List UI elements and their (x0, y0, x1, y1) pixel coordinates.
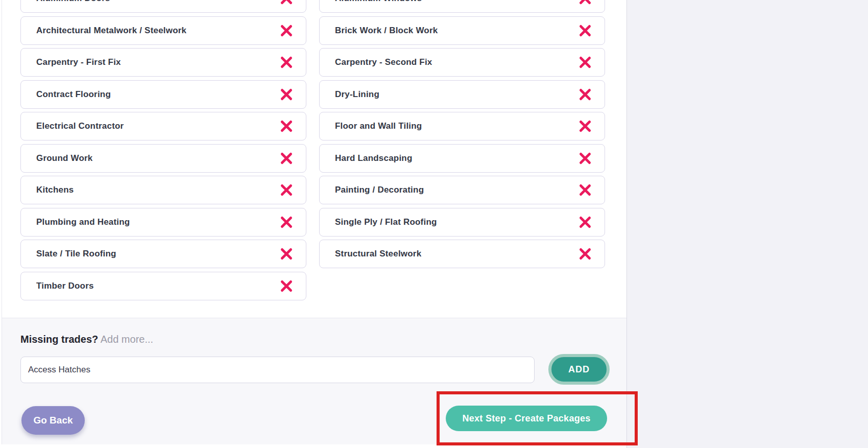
trade-card-label: Timber Doors (36, 281, 94, 291)
next-step-button[interactable]: Next Step - Create Packages (446, 406, 607, 431)
bottom-strip (0, 444, 626, 448)
trade-card: Carpentry - First Fix (20, 48, 306, 77)
trade-card: Aluminium Windows (319, 0, 605, 13)
remove-trade-button[interactable] (280, 56, 293, 69)
trade-card-label: Plumbing and Heating (36, 217, 130, 227)
remove-trade-button[interactable] (280, 279, 293, 293)
x-icon (280, 88, 293, 101)
x-icon (578, 120, 592, 133)
trade-card: Single Ply / Flat Roofing (319, 208, 605, 237)
trade-card: Slate / Tile Roofing (20, 240, 306, 268)
remove-trade-button[interactable] (578, 183, 592, 197)
x-icon (280, 56, 293, 69)
remove-trade-button[interactable] (280, 120, 293, 133)
trade-card-label: Aluminium Doors (36, 0, 110, 4)
trade-card: Architectural Metalwork / Steelwork (20, 16, 306, 45)
trade-selection-page: Aluminium DoorsArchitectural Metalwork /… (0, 0, 868, 448)
x-icon (280, 216, 293, 229)
go-back-button[interactable]: Go Back (21, 406, 85, 435)
remove-trade-button[interactable] (578, 56, 592, 69)
trade-card-label: Brick Work / Block Work (335, 26, 438, 36)
trade-card: Hard Landscaping (319, 144, 605, 173)
trade-card-label: Floor and Wall Tiling (335, 121, 422, 131)
trade-card: Ground Work (20, 144, 306, 173)
x-icon (280, 24, 293, 37)
trade-card-label: Dry-Lining (335, 89, 379, 100)
x-icon (578, 24, 592, 37)
trade-card: Kitchens (20, 176, 306, 204)
trade-card-label: Structural Steelwork (335, 249, 421, 259)
missing-trades-heading: Missing trades? Add more... (20, 333, 153, 345)
x-icon (578, 216, 592, 229)
remove-trade-button[interactable] (280, 183, 293, 197)
trade-card-label: Ground Work (36, 153, 93, 163)
x-icon (280, 279, 293, 293)
trade-card-label: Painting / Decorating (335, 185, 424, 195)
trade-card: Plumbing and Heating (20, 208, 306, 237)
trade-card-label: Architectural Metalwork / Steelwork (36, 26, 186, 36)
trade-card-label: Contract Flooring (36, 89, 111, 100)
trade-card: Contract Flooring (20, 80, 306, 109)
trade-card-label: Carpentry - First Fix (36, 57, 121, 67)
x-icon (578, 0, 592, 5)
remove-trade-button[interactable] (280, 216, 293, 229)
trade-card: Electrical Contractor (20, 112, 306, 140)
x-icon (578, 183, 592, 197)
trade-card-label: Carpentry - Second Fix (335, 57, 432, 67)
trade-card: Carpentry - Second Fix (319, 48, 605, 77)
trade-card: Aluminium Doors (20, 0, 306, 13)
trade-card-label: Electrical Contractor (36, 121, 124, 131)
remove-trade-button[interactable] (280, 24, 293, 37)
x-icon (578, 88, 592, 101)
remove-trade-button[interactable] (280, 152, 293, 165)
new-trade-input[interactable] (20, 357, 535, 383)
remove-trade-button[interactable] (578, 120, 592, 133)
page-side-background (626, 0, 868, 448)
trade-card: Painting / Decorating (319, 176, 605, 204)
remove-trade-button[interactable] (578, 247, 592, 261)
remove-trade-button[interactable] (280, 0, 293, 5)
x-icon (280, 152, 293, 165)
x-icon (578, 152, 592, 165)
trade-card: Brick Work / Block Work (319, 16, 605, 45)
x-icon (280, 247, 293, 261)
remove-trade-button[interactable] (578, 152, 592, 165)
add-trade-button[interactable]: ADD (548, 354, 610, 385)
x-icon (578, 56, 592, 69)
trade-card-label: Single Ply / Flat Roofing (335, 217, 437, 227)
trade-card: Dry-Lining (319, 80, 605, 109)
trade-card: Floor and Wall Tiling (319, 112, 605, 140)
trade-card: Structural Steelwork (319, 240, 605, 268)
remove-trade-button[interactable] (578, 88, 592, 101)
remove-trade-button[interactable] (578, 216, 592, 229)
missing-trades-question: Missing trades? (20, 334, 98, 345)
remove-trade-button[interactable] (280, 88, 293, 101)
add-more-hint: Add more... (98, 334, 153, 345)
x-icon (578, 247, 592, 261)
trade-list-left-column: Aluminium DoorsArchitectural Metalwork /… (20, 0, 306, 300)
x-icon (280, 0, 293, 5)
x-icon (280, 120, 293, 133)
trade-card-label: Hard Landscaping (335, 153, 413, 163)
remove-trade-button[interactable] (280, 247, 293, 261)
trade-card: Timber Doors (20, 272, 306, 300)
trade-card-label: Kitchens (36, 185, 74, 195)
trade-card-label: Slate / Tile Roofing (36, 249, 116, 259)
trade-list-right-column: Aluminium WindowsBrick Work / Block Work… (319, 0, 605, 268)
remove-trade-button[interactable] (578, 24, 592, 37)
trade-card-label: Aluminium Windows (335, 0, 422, 4)
remove-trade-button[interactable] (578, 0, 592, 5)
x-icon (280, 183, 293, 197)
